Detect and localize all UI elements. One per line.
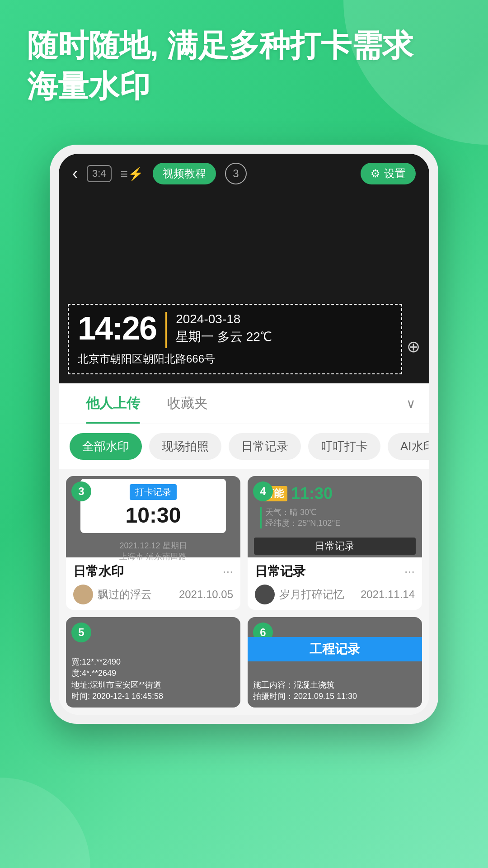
watermark-info: 2024-03-18 星期一 多云 22℃ xyxy=(176,312,272,345)
filter-daily[interactable]: 日常记录 xyxy=(229,433,301,460)
gear-icon: ⚙ xyxy=(371,167,380,180)
punch-date: 2021.12.12 星期日 xyxy=(73,540,233,551)
card-1-avatar xyxy=(73,585,93,604)
punch-card: 打卡记录 10:30 xyxy=(80,479,226,533)
count-badge[interactable]: 3 xyxy=(225,163,247,184)
card-1-title: 日常水印 xyxy=(73,563,124,580)
top-bar: ‹ 3:4 ≡⚡ 视频教程 3 ⚙ 设置 xyxy=(59,154,429,193)
daily-time: 11:30 xyxy=(291,484,333,503)
phone-mockup: ‹ 3:4 ≡⚡ 视频教程 3 ⚙ 设置 14:26 2024 xyxy=(50,145,438,724)
watermark-weather: 星期一 多云 22℃ xyxy=(176,328,272,345)
card-1-menu[interactable]: ··· xyxy=(223,564,233,579)
card-5-badge: 5 xyxy=(71,623,91,642)
filter-section: 全部水印 现场拍照 日常记录 叮叮打卡 AI水印 xyxy=(59,424,429,469)
settings-label: 设置 xyxy=(384,166,406,181)
watermark-time: 14:26 xyxy=(78,312,156,344)
card-1-author: 飘过的浮云 xyxy=(98,587,152,602)
punch-meta: 2021.12.12 星期日 上海市·浦东南田路 xyxy=(73,540,233,562)
card-6: 6 工程记录 施工内容：混凝土浇筑 拍摄时间：2021.09.15 11:30 xyxy=(248,617,422,708)
card-1: 3 打卡记录 10:30 2021.12.12 星期日 上海市·浦东南田路 xyxy=(66,476,240,610)
daily-weather: 天气：晴 30℃ 经纬度：25°N,102°E xyxy=(260,507,409,528)
filter-ai[interactable]: AI水印 xyxy=(388,433,429,460)
filter-dingding[interactable]: 叮叮打卡 xyxy=(308,433,380,460)
card-2-author-info: 岁月打碎记忆 xyxy=(255,585,344,604)
ratio-label: 3:4 xyxy=(92,168,106,179)
tabs-section: 他人上传 收藏夹 ∨ xyxy=(59,383,429,424)
card-5-text: 宽:12*.**2490 度:4*.**2649 地址:深圳市宝安区**街道 时… xyxy=(71,656,235,702)
tabs-row: 他人上传 收藏夹 ∨ xyxy=(72,383,416,424)
header-line2: 海量水印 xyxy=(27,68,461,105)
cards-grid: 3 打卡记录 10:30 2021.12.12 星期日 上海市·浦东南田路 xyxy=(59,469,429,617)
bg-decoration-bottom xyxy=(0,778,90,868)
card-2-date: 2021.11.14 xyxy=(361,588,415,601)
tab-others-upload[interactable]: 他人上传 xyxy=(72,383,154,424)
punch-time: 10:30 xyxy=(88,503,219,528)
back-button[interactable]: ‹ xyxy=(72,164,78,183)
daily-card: 万能 11:30 天气：晴 30℃ 经纬度：25°N,102°E xyxy=(254,479,416,534)
header-line1: 随时随地, 满足多种打卡需求 xyxy=(27,27,461,64)
eng-card-title: 工程记录 xyxy=(253,641,417,658)
eng-card-header: 工程记录 xyxy=(248,637,422,661)
card-6-text: 施工内容：混凝土浇筑 拍摄时间：2021.09.15 11:30 xyxy=(253,679,417,702)
watermark-overlay: 14:26 2024-03-18 星期一 多云 22℃ 北京市朝阳区朝阳北路66… xyxy=(68,304,402,374)
card-2-preview: 4 万能 11:30 天气：晴 30℃ 经纬度：25°N,102°E xyxy=(248,476,422,557)
card-5-content: 宽:12*.**2490 度:4*.**2649 地址:深圳市宝安区**街道 时… xyxy=(71,656,235,702)
card-2-avatar xyxy=(255,585,275,604)
header-section: 随时随地, 满足多种打卡需求 海量水印 xyxy=(27,27,461,104)
card-2-author: 岁月打碎记忆 xyxy=(279,587,344,602)
card-1-date: 2021.10.05 xyxy=(179,588,233,601)
flash-button[interactable]: ≡⚡ xyxy=(121,166,144,181)
filter-all[interactable]: 全部水印 xyxy=(70,433,142,460)
bottom-cards: 5 宽:12*.**2490 度:4*.**2649 地址:深圳市宝安区**街道… xyxy=(59,617,429,715)
watermark-address: 北京市朝阳区朝阳北路666号 xyxy=(78,352,392,366)
flash-icon: ≡⚡ xyxy=(121,166,144,181)
card-2-menu[interactable]: ··· xyxy=(404,564,415,579)
card-5: 5 宽:12*.**2490 度:4*.**2649 地址:深圳市宝安区**街道… xyxy=(66,617,240,708)
punch-addr: 上海市·浦东南田路 xyxy=(73,551,233,562)
tab-favorites[interactable]: 收藏夹 xyxy=(154,383,221,424)
card-1-badge: 3 xyxy=(71,481,91,501)
card-1-info: 日常水印 ··· 飘过的浮云 2021.10.05 xyxy=(66,557,240,610)
settings-button[interactable]: ⚙ 设置 xyxy=(361,163,416,184)
camera-preview: 14:26 2024-03-18 星期一 多云 22℃ 北京市朝阳区朝阳北路66… xyxy=(59,193,429,383)
punch-label: 打卡记录 xyxy=(130,484,177,500)
card-1-preview: 3 打卡记录 10:30 2021.12.12 星期日 上海市·浦东南田路 xyxy=(66,476,240,557)
tutorial-button[interactable]: 视频教程 xyxy=(153,163,216,184)
daily-type: 日常记录 xyxy=(254,538,416,555)
target-icon: ⊕ xyxy=(407,337,420,356)
card-6-content: 施工内容：混凝土浇筑 拍摄时间：2021.09.15 11:30 xyxy=(253,679,417,702)
watermark-divider xyxy=(165,312,167,348)
filter-onsite[interactable]: 现场拍照 xyxy=(149,433,221,460)
card-2-info: 日常记录 ··· 岁月打碎记忆 2021.11.14 xyxy=(248,557,422,610)
card-2-title: 日常记录 xyxy=(255,563,305,580)
card-2: 4 万能 11:30 天气：晴 30℃ 经纬度：25°N,102°E xyxy=(248,476,422,610)
phone-inner: ‹ 3:4 ≡⚡ 视频教程 3 ⚙ 设置 14:26 2024 xyxy=(59,154,429,715)
card-1-author-info: 飘过的浮云 xyxy=(73,585,152,604)
card-2-badge: 4 xyxy=(253,481,273,501)
watermark-date: 2024-03-18 xyxy=(176,312,272,326)
ratio-button[interactable]: 3:4 xyxy=(87,165,112,182)
chevron-down-icon[interactable]: ∨ xyxy=(406,396,416,411)
